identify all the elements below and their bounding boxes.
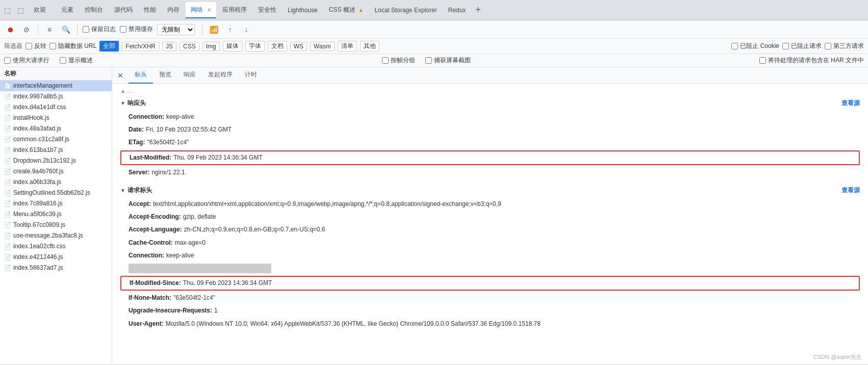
response-headers-view-source[interactable]: 查看源 — [841, 99, 860, 108]
file-icon: 📄 — [4, 243, 11, 250]
filter-doc-button[interactable]: 文档 — [268, 41, 287, 51]
third-party-checkbox[interactable] — [825, 43, 831, 49]
inspect-icon[interactable]: ⬚ — [15, 5, 25, 15]
list-item[interactable]: 📄create.9a4b760f.js — [0, 166, 112, 177]
list-item[interactable]: 📄index.7c89a816.js — [0, 198, 112, 209]
import-har-icon[interactable]: ↑ — [224, 23, 236, 36]
detail-tab-timing[interactable]: 计时 — [239, 67, 263, 84]
blocked-request-checkbox[interactable] — [782, 43, 789, 49]
show-overview-option[interactable]: 显示概述 — [60, 56, 93, 65]
third-party-label[interactable]: 第三方请求 — [825, 42, 864, 50]
clear-button[interactable]: ⊘ — [20, 23, 33, 36]
disable-cache-checkbox[interactable] — [120, 26, 126, 33]
list-item[interactable]: 📄common.c31c2a8f.js — [0, 134, 112, 145]
list-item[interactable]: 📄use-message.2ba3fac8.js — [0, 230, 112, 241]
hide-data-url-label[interactable]: 隐藏数据 URL — [49, 42, 96, 50]
include-in-har-checkbox[interactable] — [759, 57, 766, 64]
filter-css-button[interactable]: CSS — [180, 42, 199, 51]
list-item[interactable]: 📄installHook.js — [0, 113, 112, 123]
list-item[interactable]: 📄index.613ba1b7.js — [0, 145, 112, 155]
list-item[interactable]: 📄SettingOutlined.55db62b2.js — [0, 188, 112, 198]
request-header-user-agent: User-Agent: Mozilla/5.0 (Windows NT 10.0… — [120, 318, 860, 330]
detail-tab-response[interactable]: 响应 — [177, 67, 202, 84]
filter-img-button[interactable]: Img — [202, 42, 220, 51]
group-by-frame-checkbox[interactable] — [382, 57, 389, 64]
tab-lighthouse[interactable]: Lighthouse — [283, 2, 323, 18]
list-item[interactable]: 📄index.56637ad7.js — [0, 263, 112, 273]
throttle-select[interactable]: 无限制 快速 3G 慢速 3G — [157, 24, 195, 35]
filter-wasm-button[interactable]: Wasm — [310, 42, 335, 51]
tab-memory[interactable]: 内存 — [162, 2, 185, 18]
include-in-har-option[interactable]: 将待处理的请求包含在 HAR 文件中 — [759, 56, 864, 65]
tab-application[interactable]: 应用程序 — [217, 2, 252, 18]
list-item[interactable]: 📄index.9987a8b5.js — [0, 91, 112, 102]
detail-close-button[interactable]: ✕ — [114, 69, 126, 82]
capture-screenshot-checkbox[interactable] — [425, 57, 432, 64]
detail-tabs: ✕ 标头 预览 响应 发起程序 计时 — [112, 67, 868, 84]
blocked-cookie-checkbox[interactable] — [731, 43, 738, 49]
tab-network[interactable]: 网络 ✕ — [186, 2, 216, 18]
blocked-request-label[interactable]: 已阻止请求 — [782, 42, 822, 50]
file-icon: 📄 — [4, 190, 11, 196]
list-item[interactable]: 📄index.1ea02cfb.css — [0, 241, 112, 252]
tab-greeting: 欢迎 — [29, 2, 51, 18]
list-item[interactable]: 📄index.48a3afad.js — [0, 123, 112, 134]
tab-network-close[interactable]: ✕ — [207, 7, 211, 13]
large-rows-checkbox[interactable] — [4, 57, 11, 64]
tab-console[interactable]: 控制台 — [80, 2, 108, 18]
request-header-accept: Accept: text/html,application/xhtml+xml,… — [120, 198, 860, 211]
tab-performance[interactable]: 性能 — [139, 2, 161, 18]
group-by-frame-option[interactable]: 按帧分组 — [382, 56, 415, 65]
left-panel: 名称 📄interfaceManagement📄index.9987a8b5.j… — [0, 67, 112, 364]
file-icon: 📄 — [4, 93, 11, 100]
record-button[interactable]: ⏺ — [4, 23, 16, 36]
list-item[interactable]: 📄interfaceManagement — [0, 81, 112, 91]
wifi-settings-icon[interactable]: 📶 — [208, 23, 220, 36]
reverse-checkbox[interactable] — [25, 43, 32, 49]
list-item[interactable]: 📄Tooltip.67cc0809.js — [0, 220, 112, 230]
tab-css-overview[interactable]: CSS 概述 ▲ — [324, 2, 369, 18]
tab-security[interactable]: 安全性 — [253, 2, 282, 18]
list-item[interactable]: 📄index.e4212446.js — [0, 252, 112, 263]
disable-cache-label[interactable]: 禁用缓存 — [120, 25, 153, 34]
watermark: CSDN @super先生 — [813, 353, 862, 361]
detail-tab-headers[interactable]: 标头 — [129, 67, 153, 84]
request-headers-view-source[interactable]: 查看源 — [841, 186, 860, 195]
file-icon: 📄 — [4, 147, 11, 153]
device-icon[interactable]: ⬚ — [2, 5, 12, 15]
tab-redux[interactable]: Redux — [443, 2, 471, 18]
tab-sources[interactable]: 源代码 — [109, 2, 138, 18]
filter-manifest-button[interactable]: 清单 — [338, 41, 357, 51]
preserve-log-label[interactable]: 保留日志 — [83, 25, 116, 34]
filter-fetch-xhr-button[interactable]: Fetch/XHR — [122, 42, 159, 51]
file-icon: 📄 — [4, 200, 11, 207]
blocked-cookie-label[interactable]: 已阻止 Cookie — [731, 42, 779, 50]
filter-ws-button[interactable]: WS — [290, 42, 307, 51]
list-item[interactable]: 📄Dropdown.2b13c192.js — [0, 155, 112, 166]
tab-local-storage-explorer[interactable]: Local Storage Explorer — [370, 2, 442, 18]
search-button[interactable]: 🔍 — [60, 23, 72, 36]
hide-data-url-checkbox[interactable] — [49, 43, 56, 49]
detail-tab-initiator[interactable]: 发起程序 — [202, 67, 239, 84]
filter-media-button[interactable]: 媒体 — [223, 41, 242, 51]
filter-other-button[interactable]: 其他 — [360, 41, 379, 51]
list-item[interactable]: 📄Menu.a5f06c39.js — [0, 209, 112, 220]
tab-bar: ⬚ ⬚ 欢迎 元素 控制台 源代码 性能 内存 网络 ✕ 应用程序 安全性 Li… — [0, 0, 868, 20]
preserve-log-checkbox[interactable] — [83, 26, 89, 33]
list-item[interactable]: 📄index.d4a1e1df.css — [0, 102, 112, 113]
detail-tab-preview[interactable]: 预览 — [153, 67, 177, 84]
tab-elements[interactable]: 元素 — [56, 2, 79, 18]
filter-js-button[interactable]: JS — [162, 42, 176, 51]
large-rows-option[interactable]: 使用大请求行 — [4, 56, 49, 65]
export-har-icon[interactable]: ↓ — [240, 23, 252, 36]
filter-toggle-button[interactable]: ≡ — [43, 23, 56, 36]
reverse-filter-label[interactable]: 反转 — [25, 42, 46, 50]
request-headers-arrow[interactable]: ▼ — [120, 188, 125, 193]
list-item[interactable]: 📄index.a06b33fa.js — [0, 177, 112, 188]
filter-font-button[interactable]: 字体 — [245, 41, 265, 51]
capture-screenshot-option[interactable]: 捕获屏幕截图 — [425, 56, 471, 65]
show-overview-checkbox[interactable] — [60, 57, 66, 64]
response-headers-arrow[interactable]: ▼ — [120, 100, 125, 106]
tab-add-button[interactable]: + — [472, 4, 484, 16]
filter-all-button[interactable]: 全部 — [99, 41, 119, 51]
